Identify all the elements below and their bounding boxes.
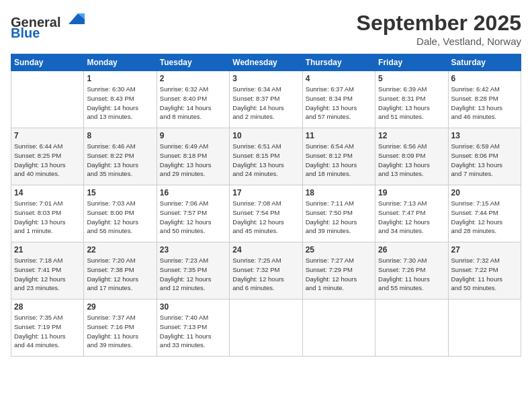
calendar-cell: 6Sunrise: 6:42 AMSunset: 8:28 PMDaylight… — [448, 71, 521, 128]
weekday-header-friday: Friday — [375, 54, 448, 71]
weekday-header-sunday: Sunday — [11, 54, 84, 71]
calendar-week-row: 7Sunrise: 6:44 AMSunset: 8:25 PMDaylight… — [11, 128, 521, 185]
day-info: Sunrise: 6:30 AMSunset: 8:43 PMDaylight:… — [87, 85, 153, 122]
calendar-cell — [375, 300, 448, 357]
day-info: Sunrise: 6:39 AMSunset: 8:31 PMDaylight:… — [378, 85, 445, 122]
calendar-cell: 16Sunrise: 7:06 AMSunset: 7:57 PMDayligh… — [157, 185, 229, 242]
day-info: Sunrise: 6:34 AMSunset: 8:37 PMDaylight:… — [232, 85, 299, 122]
calendar-cell — [302, 300, 375, 357]
weekday-header-monday: Monday — [84, 54, 157, 71]
day-info: Sunrise: 7:01 AMSunset: 8:03 PMDaylight:… — [14, 199, 81, 236]
calendar-week-row: 28Sunrise: 7:35 AMSunset: 7:19 PMDayligh… — [11, 300, 521, 357]
day-number: 12 — [378, 131, 445, 140]
calendar-cell: 24Sunrise: 7:25 AMSunset: 7:32 PMDayligh… — [230, 242, 302, 300]
day-info: Sunrise: 7:08 AMSunset: 7:54 PMDaylight:… — [232, 199, 299, 236]
day-info: Sunrise: 7:15 AMSunset: 7:44 PMDaylight:… — [451, 199, 518, 236]
day-number: 11 — [306, 131, 372, 140]
calendar-cell: 8Sunrise: 6:46 AMSunset: 8:22 PMDaylight… — [84, 128, 157, 185]
calendar-cell: 10Sunrise: 6:51 AMSunset: 8:15 PMDayligh… — [230, 128, 302, 185]
day-info: Sunrise: 7:25 AMSunset: 7:32 PMDaylight:… — [232, 256, 299, 293]
day-info: Sunrise: 7:35 AMSunset: 7:19 PMDaylight:… — [14, 313, 81, 350]
calendar-cell: 27Sunrise: 7:32 AMSunset: 7:22 PMDayligh… — [448, 242, 521, 300]
calendar-cell: 2Sunrise: 6:32 AMSunset: 8:40 PMDaylight… — [157, 71, 229, 128]
day-info: Sunrise: 7:27 AMSunset: 7:29 PMDaylight:… — [306, 256, 372, 293]
month-title: September 2025 — [357, 11, 521, 36]
day-info: Sunrise: 7:11 AMSunset: 7:50 PMDaylight:… — [306, 199, 372, 236]
day-number: 17 — [232, 188, 299, 197]
calendar-cell: 20Sunrise: 7:15 AMSunset: 7:44 PMDayligh… — [448, 185, 521, 242]
weekday-header-row: SundayMondayTuesdayWednesdayThursdayFrid… — [11, 54, 521, 71]
day-number: 5 — [378, 74, 445, 83]
calendar-cell: 22Sunrise: 7:20 AMSunset: 7:38 PMDayligh… — [84, 242, 157, 300]
day-number: 10 — [232, 131, 299, 140]
day-info: Sunrise: 6:46 AMSunset: 8:22 PMDaylight:… — [87, 142, 153, 179]
day-number: 22 — [87, 245, 153, 255]
day-info: Sunrise: 7:03 AMSunset: 8:00 PMDaylight:… — [87, 199, 153, 236]
day-number: 15 — [87, 188, 153, 197]
day-info: Sunrise: 6:42 AMSunset: 8:28 PMDaylight:… — [451, 85, 518, 122]
weekday-header-tuesday: Tuesday — [157, 54, 229, 71]
calendar-cell: 23Sunrise: 7:23 AMSunset: 7:35 PMDayligh… — [157, 242, 229, 300]
day-number: 26 — [378, 245, 445, 255]
day-number: 9 — [160, 131, 226, 140]
day-number: 19 — [378, 188, 445, 197]
calendar-cell: 13Sunrise: 6:59 AMSunset: 8:06 PMDayligh… — [448, 128, 521, 185]
day-number: 30 — [160, 302, 226, 312]
day-info: Sunrise: 7:23 AMSunset: 7:35 PMDaylight:… — [160, 256, 226, 293]
calendar-cell: 14Sunrise: 7:01 AMSunset: 8:03 PMDayligh… — [11, 185, 84, 242]
day-number: 1 — [87, 74, 153, 83]
day-number: 4 — [306, 74, 372, 83]
weekday-header-saturday: Saturday — [448, 54, 521, 71]
calendar-cell: 30Sunrise: 7:40 AMSunset: 7:13 PMDayligh… — [157, 300, 229, 357]
calendar-cell: 12Sunrise: 6:56 AMSunset: 8:09 PMDayligh… — [375, 128, 448, 185]
weekday-header-wednesday: Wednesday — [230, 54, 302, 71]
day-number: 8 — [87, 131, 153, 140]
calendar-cell: 21Sunrise: 7:18 AMSunset: 7:41 PMDayligh… — [11, 242, 84, 300]
day-info: Sunrise: 6:56 AMSunset: 8:09 PMDaylight:… — [378, 142, 445, 179]
day-info: Sunrise: 7:32 AMSunset: 7:22 PMDaylight:… — [451, 256, 518, 293]
day-number: 25 — [306, 245, 372, 255]
day-info: Sunrise: 6:49 AMSunset: 8:18 PMDaylight:… — [160, 142, 226, 179]
day-number: 23 — [160, 245, 226, 255]
calendar-cell — [230, 300, 302, 357]
location-text: Dale, Vestland, Norway — [357, 36, 521, 47]
day-number: 20 — [451, 188, 518, 197]
calendar-cell: 26Sunrise: 7:30 AMSunset: 7:26 PMDayligh… — [375, 242, 448, 300]
calendar-cell: 28Sunrise: 7:35 AMSunset: 7:19 PMDayligh… — [11, 300, 84, 357]
day-number: 28 — [14, 302, 81, 312]
calendar-cell: 7Sunrise: 6:44 AMSunset: 8:25 PMDaylight… — [11, 128, 84, 185]
day-number: 6 — [451, 74, 518, 83]
weekday-header-thursday: Thursday — [302, 54, 375, 71]
day-number: 16 — [160, 188, 226, 197]
day-info: Sunrise: 7:30 AMSunset: 7:26 PMDaylight:… — [378, 256, 445, 293]
day-info: Sunrise: 7:13 AMSunset: 7:47 PMDaylight:… — [378, 199, 445, 236]
day-number: 14 — [14, 188, 81, 197]
calendar-cell: 17Sunrise: 7:08 AMSunset: 7:54 PMDayligh… — [230, 185, 302, 242]
day-info: Sunrise: 7:37 AMSunset: 7:16 PMDaylight:… — [87, 313, 153, 350]
day-info: Sunrise: 7:06 AMSunset: 7:57 PMDaylight:… — [160, 199, 226, 236]
day-number: 18 — [306, 188, 372, 197]
day-number: 24 — [232, 245, 299, 255]
calendar-cell: 11Sunrise: 6:54 AMSunset: 8:12 PMDayligh… — [302, 128, 375, 185]
day-number: 13 — [451, 131, 518, 140]
calendar-cell: 4Sunrise: 6:37 AMSunset: 8:34 PMDaylight… — [302, 71, 375, 128]
calendar-cell: 29Sunrise: 7:37 AMSunset: 7:16 PMDayligh… — [84, 300, 157, 357]
calendar-cell — [448, 300, 521, 357]
day-number: 2 — [160, 74, 226, 83]
day-number: 27 — [451, 245, 518, 255]
day-info: Sunrise: 6:44 AMSunset: 8:25 PMDaylight:… — [14, 142, 81, 179]
calendar-cell: 9Sunrise: 6:49 AMSunset: 8:18 PMDaylight… — [157, 128, 229, 185]
day-info: Sunrise: 6:51 AMSunset: 8:15 PMDaylight:… — [232, 142, 299, 179]
calendar-cell: 5Sunrise: 6:39 AMSunset: 8:31 PMDaylight… — [375, 71, 448, 128]
day-info: Sunrise: 6:32 AMSunset: 8:40 PMDaylight:… — [160, 85, 226, 122]
calendar-cell — [11, 71, 84, 128]
calendar-cell: 18Sunrise: 7:11 AMSunset: 7:50 PMDayligh… — [302, 185, 375, 242]
calendar-cell: 1Sunrise: 6:30 AMSunset: 8:43 PMDaylight… — [84, 71, 157, 128]
logo-icon — [66, 11, 86, 27]
page-header: General Blue September 2025 Dale, Vestla… — [11, 11, 521, 47]
calendar-cell: 15Sunrise: 7:03 AMSunset: 8:00 PMDayligh… — [84, 185, 157, 242]
calendar-week-row: 14Sunrise: 7:01 AMSunset: 8:03 PMDayligh… — [11, 185, 521, 242]
day-info: Sunrise: 7:18 AMSunset: 7:41 PMDaylight:… — [14, 256, 81, 293]
day-info: Sunrise: 6:59 AMSunset: 8:06 PMDaylight:… — [451, 142, 518, 179]
logo-blue-text: Blue — [11, 26, 40, 40]
